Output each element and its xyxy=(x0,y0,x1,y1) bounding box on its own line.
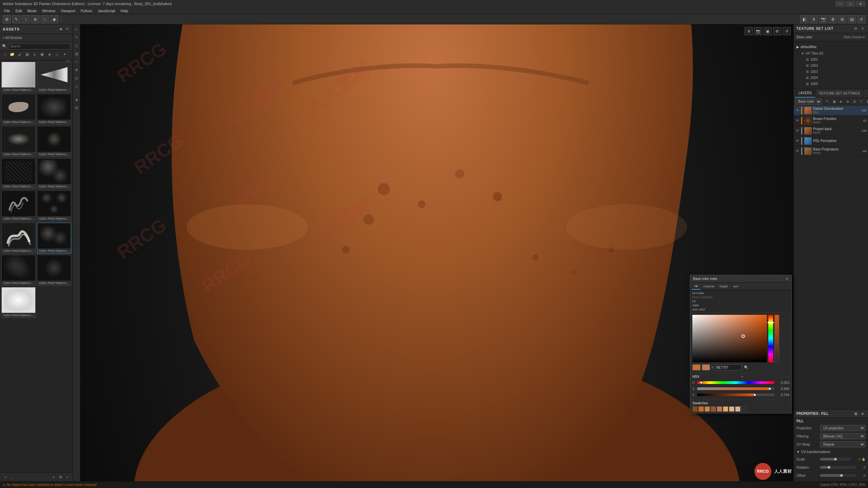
toolbar-pause[interactable]: ⏸ xyxy=(810,15,818,23)
tsl-settings-btn[interactable]: ⚙ xyxy=(853,26,859,32)
asset-item-10[interactable]: Kyle's Real Waterco... xyxy=(37,190,71,221)
swatch-0[interactable] xyxy=(692,406,698,412)
vp-pause-btn[interactable]: ⏸ xyxy=(745,27,753,35)
scale-slider[interactable] xyxy=(820,458,851,461)
hsv-slider-s[interactable] xyxy=(697,387,774,390)
layer-vis-1[interactable]: 👁 xyxy=(795,108,800,113)
menu-file[interactable]: File xyxy=(1,8,13,14)
swatch-2[interactable] xyxy=(705,406,710,412)
assets-home-btn[interactable]: ⌂ xyxy=(1,51,8,58)
asset-item-11[interactable]: Kyle's Real Waterco... xyxy=(1,223,36,253)
asset-item-5[interactable]: Kyle's Real Waterco... xyxy=(1,126,36,157)
layer-vis-4[interactable]: 👁 xyxy=(795,139,800,143)
tsl-base-color-dropdown[interactable]: Base color Main shader ▼ xyxy=(794,33,868,41)
toolbar-layers-view[interactable]: ▤ xyxy=(848,15,856,23)
viewport[interactable]: RRCG 人人素材 RRCG 人人素材 RRCG RRCG 人人素材 RRCG … xyxy=(80,24,793,481)
cp-tab-arm[interactable]: arm xyxy=(731,283,742,290)
menu-javascript[interactable]: JavaScript xyxy=(95,8,118,14)
projection-dropdown[interactable]: UV projection xyxy=(820,425,865,431)
toolbar-grid-btn[interactable]: ⊞ xyxy=(3,15,11,23)
tsl-uv-tiles-group[interactable]: ▶ UV Tiles (6) xyxy=(794,50,868,56)
cp-alpha-bar[interactable] xyxy=(774,315,779,362)
assets-filter-btn[interactable]: ⧖ xyxy=(31,51,38,58)
asset-item-13[interactable]: Kyle's Real Waterco... xyxy=(1,255,36,286)
layer-item-1[interactable]: 👁 Darker Decoloration Mul 100 xyxy=(794,105,868,116)
tool-erase[interactable]: ◻ xyxy=(73,42,80,49)
tool-material[interactable]: ◈ xyxy=(73,96,80,103)
cp-swatches-options-btn[interactable]: ··· xyxy=(787,401,789,405)
assets-import-btn[interactable]: ↓ xyxy=(9,474,15,480)
hsv-slider-h[interactable] xyxy=(697,381,774,384)
tsl-tile-1003[interactable]: ▦ 1003 xyxy=(794,68,868,75)
layer-fill-btn[interactable]: ▣ xyxy=(831,99,837,105)
toolbar-settings-btn[interactable]: ◉ xyxy=(50,15,58,23)
tsl-tile-1004[interactable]: ▦ 1004 xyxy=(794,75,868,81)
cp-hsv-options-btn[interactable]: ··· xyxy=(787,375,789,379)
props-icon-1[interactable]: ▣ xyxy=(853,411,859,416)
toolbar-camera[interactable]: 📷 xyxy=(819,15,827,23)
filtering-dropdown[interactable]: Bilinear | HQ xyxy=(820,433,865,439)
scale-lock-icon[interactable]: 🔒 xyxy=(862,458,865,461)
menu-help[interactable]: Help xyxy=(118,8,131,14)
layer-fx-btn[interactable]: ★ xyxy=(845,99,851,105)
cp-tab-ral[interactable]: ral xyxy=(692,283,701,290)
vp-settings-btn[interactable]: ⚙ xyxy=(773,27,781,35)
layer-paint-btn[interactable]: ✎ xyxy=(824,99,830,105)
tab-layers[interactable]: LAYERS xyxy=(795,89,815,98)
assets-thumb-view-btn[interactable]: ⊞ xyxy=(58,474,63,480)
toolbar-transform-btn[interactable]: ⊕ xyxy=(31,15,39,23)
minimize-button[interactable]: ─ xyxy=(835,1,845,7)
asset-item-7[interactable]: Kyle's Real Waterco... xyxy=(1,158,36,189)
swatch-4[interactable] xyxy=(717,406,722,412)
tsl-close-btn[interactable]: ✕ xyxy=(860,26,865,32)
vp-history-btn[interactable]: ↺ xyxy=(783,27,791,35)
tsl-tile-1002[interactable]: ▦ 1002 xyxy=(794,62,868,68)
menu-viewport[interactable]: Viewport xyxy=(58,8,78,14)
search-input[interactable] xyxy=(8,43,71,49)
cp-hex-input[interactable]: BE7757 xyxy=(715,364,742,370)
tool-smudge[interactable]: ≈ xyxy=(73,58,80,65)
maximize-button[interactable]: □ xyxy=(846,1,855,7)
toolbar-square-btn[interactable]: □ xyxy=(41,15,49,23)
offset-slider[interactable] xyxy=(820,474,856,477)
hsv-slider-v[interactable] xyxy=(697,393,774,396)
uv-transforms-header[interactable]: ▼ UV transformations xyxy=(796,449,865,455)
assets-list-view-btn[interactable]: ≡ xyxy=(51,474,56,480)
tool-blur[interactable]: ◎ xyxy=(73,75,80,81)
cp-gradient-box[interactable] xyxy=(692,315,767,362)
asset-item-12[interactable]: Kyle's Real Waterco... xyxy=(37,223,71,253)
swatch-1[interactable] xyxy=(698,406,704,412)
toolbar-history[interactable]: ↺ xyxy=(857,15,865,23)
toolbar-toggle-panels[interactable]: ◧ xyxy=(800,15,808,23)
toolbar-paint-btn[interactable]: ✎ xyxy=(12,15,20,23)
asset-item-14[interactable]: Kyle's Real Waterco... xyxy=(37,255,71,286)
asset-item-9[interactable]: Kyle's Real Waterco... xyxy=(1,190,36,221)
layer-merge-btn[interactable]: ▽ xyxy=(858,99,864,105)
toolbar-move-btn[interactable]: ↕ xyxy=(22,15,30,23)
swatch-add-btn[interactable]: + xyxy=(741,406,747,412)
tsl-tile-1005[interactable]: ▦ 1005 xyxy=(794,81,868,87)
layer-item-4[interactable]: 👁 HSL Perceptive xyxy=(794,136,868,146)
menu-python[interactable]: Python xyxy=(78,8,95,14)
vp-display-btn[interactable]: ▣ xyxy=(764,27,772,35)
asset-item-8[interactable]: Kyle's Real Waterco... xyxy=(37,158,71,189)
assets-lighting-btn[interactable]: ✦ xyxy=(61,51,68,58)
layer-group-btn[interactable]: ⊞ xyxy=(851,99,857,105)
assets-more-btn[interactable]: + xyxy=(64,474,70,480)
menu-edit[interactable]: Edit xyxy=(13,8,25,14)
swatch-7[interactable] xyxy=(735,406,741,412)
tool-geometry[interactable]: △ xyxy=(73,83,80,89)
asset-item-15[interactable]: Kyle's Real Waterco... xyxy=(1,287,36,318)
channel-dropdown[interactable]: Base color xyxy=(795,99,822,105)
assets-collapse-icon[interactable]: ◀ xyxy=(58,26,63,32)
assets-paint-btn[interactable]: 🖌 xyxy=(16,51,23,58)
vp-camera-btn[interactable]: 📷 xyxy=(754,27,762,35)
tab-texture-set-settings[interactable]: TEXTURE SET SETTINGS xyxy=(815,89,864,98)
uvwrap-dropdown[interactable]: Repeat xyxy=(820,441,865,447)
tool-settings[interactable]: ⚙ xyxy=(73,104,80,111)
assets-folder-btn[interactable]: 📁 xyxy=(9,51,16,58)
menu-mode[interactable]: Mode xyxy=(25,8,40,14)
asset-item-3[interactable]: Kyle's Real Waterco... xyxy=(1,94,36,125)
assets-fill-btn[interactable]: ▣ xyxy=(39,51,45,58)
layer-item-5[interactable]: 👁 Base Projections Norm unt xyxy=(794,146,868,156)
